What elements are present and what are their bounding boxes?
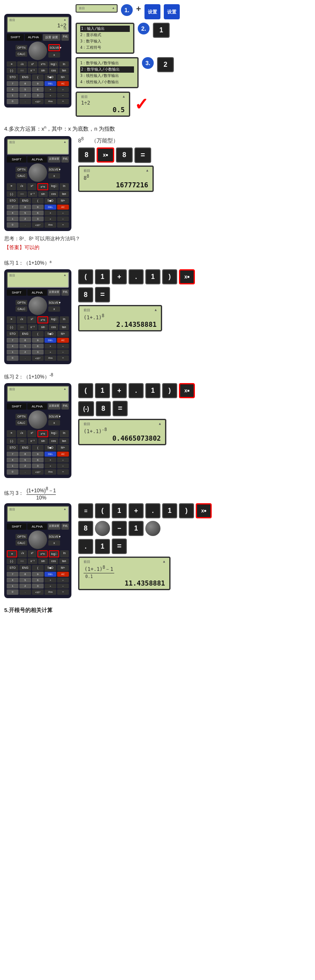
ex2-neg[interactable]: (-) (78, 401, 94, 416)
c5-div[interactable]: ÷ (57, 578, 69, 583)
c4-mp[interactable]: M+ (57, 445, 69, 451)
alpha-btn[interactable]: ALPHA (25, 34, 42, 41)
c4-sto-b[interactable]: STO (7, 445, 18, 451)
ex2-eq[interactable]: = (113, 401, 128, 416)
c4-tan[interactable]: tan (59, 438, 69, 444)
c2-x[interactable]: x (48, 173, 60, 179)
c3-exp[interactable]: ×10ˣ (32, 355, 44, 361)
c5-1[interactable]: 1 (7, 583, 18, 589)
c5-sto-b[interactable]: STO (7, 565, 18, 571)
c5-mul[interactable]: × (45, 578, 56, 583)
ex3-paren-close[interactable]: ) (179, 503, 194, 518)
c2-exp[interactable]: ×10ˣ (32, 222, 44, 228)
c2-5[interactable]: 5 (19, 210, 31, 215)
step2-key-1[interactable]: 1 (153, 23, 170, 38)
add-btn[interactable]: + (45, 93, 56, 98)
c2-frac[interactable]: ○○ (17, 191, 27, 197)
c4-7[interactable]: 7 (7, 452, 18, 457)
c3-sqrt[interactable]: √x (17, 316, 26, 323)
c2-7[interactable]: 7 (7, 205, 18, 210)
ex3-plus[interactable]: + (129, 503, 144, 518)
c4-eng[interactable]: ENG (19, 445, 31, 451)
c5-eng[interactable]: ENG (19, 565, 31, 571)
c2-shift[interactable]: SHIFT (7, 156, 26, 163)
c2-2[interactable]: 2 (19, 216, 31, 221)
c3-tan[interactable]: tan (59, 324, 69, 330)
ex1-dot[interactable]: . (129, 269, 144, 284)
c5-sin[interactable]: sin (38, 558, 48, 564)
c2-9[interactable]: 9 (32, 205, 44, 210)
ex3-8[interactable]: 8 (78, 521, 93, 536)
c3-sub[interactable]: − (57, 349, 69, 355)
c3-nav[interactable] (29, 297, 47, 315)
c2-cos[interactable]: cos (49, 191, 58, 197)
c4-xn[interactable]: x^n (37, 430, 48, 437)
c4-ans[interactable]: Ans (45, 469, 56, 475)
c3-5d[interactable]: 5◆D (45, 331, 56, 337)
c2-1[interactable]: 1 (7, 216, 18, 221)
c3-2[interactable]: 2 (19, 349, 31, 355)
c3-del[interactable]: DEL (45, 338, 56, 343)
c2-xn-highlight[interactable]: x^n (37, 183, 48, 190)
c2-8[interactable]: 8 (19, 205, 31, 210)
c5-shift[interactable]: SHIFT (7, 523, 26, 530)
c5-optn[interactable]: OPTN (16, 534, 27, 539)
ex3-eq[interactable]: = (112, 539, 127, 554)
c3-7[interactable]: 7 (7, 338, 18, 343)
ex3-frac-key[interactable]: ≡ (78, 503, 93, 518)
c4-add[interactable]: + (45, 463, 56, 468)
c5-5[interactable]: 5 (19, 578, 31, 583)
mplus-btn[interactable]: M+ (57, 74, 69, 80)
ex3-dot2[interactable]: . (78, 539, 93, 554)
c2-mp[interactable]: M+ (57, 198, 69, 204)
c4-cos[interactable]: cos (49, 438, 58, 444)
c3-calc[interactable]: CALC (16, 306, 27, 312)
c4-sqrt[interactable]: √x (17, 430, 26, 437)
ex1-paren-open[interactable]: ( (78, 269, 93, 284)
c2-div[interactable]: ÷ (57, 210, 69, 215)
cos-btn[interactable]: cos (49, 68, 58, 74)
c2-sin[interactable]: sin (38, 191, 48, 197)
btn-4[interactable]: 4 (7, 87, 18, 92)
c5-0[interactable]: 0 (7, 589, 18, 595)
c5-2[interactable]: 2 (19, 583, 31, 589)
c3-0[interactable]: 0 (7, 355, 18, 361)
c3-mul[interactable]: × (45, 344, 56, 349)
c2-sq[interactable]: x² (27, 183, 37, 190)
c3-4[interactable]: 4 (7, 344, 18, 349)
ex1-plus[interactable]: + (112, 269, 127, 284)
c5-3[interactable]: 3 (32, 583, 44, 589)
x-btn[interactable]: x (48, 52, 60, 58)
c4-log[interactable]: log□ (49, 430, 58, 437)
c3-sto-b[interactable]: STO (7, 331, 18, 337)
c4-par[interactable]: ( (32, 445, 44, 451)
c3-solve[interactable]: SOLVE▼ (48, 300, 60, 305)
c5-9[interactable]: 9 (32, 572, 44, 577)
c2-ans[interactable]: Ans (45, 222, 56, 228)
btn-8[interactable]: 8 (19, 81, 31, 86)
c5-ans[interactable]: Ans (45, 589, 56, 595)
ln-btn[interactable]: ln (59, 61, 69, 67)
c4-eq[interactable]: = (57, 469, 69, 475)
key-xn[interactable]: x■ (97, 147, 114, 163)
eng-btn[interactable]: ENG (19, 74, 31, 80)
c3-ans[interactable]: Ans (45, 355, 56, 361)
c5-par[interactable]: ( (32, 565, 44, 571)
5d-btn[interactable]: 5◆D (45, 74, 56, 80)
c5-ac[interactable]: AC (57, 572, 69, 577)
ex2-1[interactable]: 1 (95, 383, 110, 398)
frac-btn[interactable]: ○○ (17, 68, 27, 74)
c2-ln[interactable]: ln (60, 183, 69, 190)
c4-del[interactable]: DEL (45, 452, 56, 457)
c5-cos[interactable]: cos (49, 558, 58, 564)
c2-inv[interactable]: x⁻¹ (28, 191, 37, 197)
c3-menu[interactable]: ≡ (7, 316, 16, 323)
c5-x[interactable]: x (48, 540, 60, 546)
div-btn[interactable]: ÷ (57, 87, 69, 92)
c2-menu[interactable]: ≡ (7, 183, 16, 190)
solve-btn[interactable]: SOLVE▼ (48, 44, 60, 51)
ex3-nav-circle[interactable] (95, 521, 110, 536)
c2-log[interactable]: log□ (49, 183, 58, 190)
c4-sin[interactable]: sin (38, 438, 48, 444)
c4-ac[interactable]: AC (57, 452, 69, 457)
